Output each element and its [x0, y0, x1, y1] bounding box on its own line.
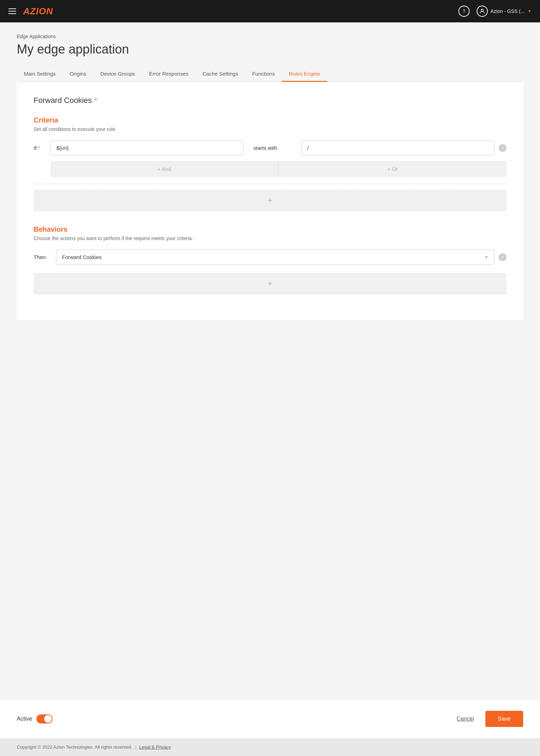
tab-origins[interactable]: Origins: [63, 66, 94, 82]
rule-name: Forward Cookies: [34, 96, 92, 105]
page-title: My edge application: [17, 42, 523, 57]
then-label: Then:: [34, 254, 52, 260]
and-or-row: + And + Or: [50, 161, 506, 177]
tab-navigation: Main Settings Origins Device Groups Erro…: [17, 66, 523, 82]
logo: AZION: [23, 6, 53, 17]
active-toggle-group: Active: [17, 714, 53, 723]
hamburger-menu[interactable]: [8, 8, 16, 14]
footer-actions: Active Cancel Save: [0, 699, 540, 738]
tab-main-settings[interactable]: Main Settings: [17, 66, 63, 82]
page-footer: Copyright © 2022 Azion Technologies. All…: [0, 738, 540, 756]
copyright-text: Copyright © 2022 Azion Technologies. All…: [17, 744, 132, 750]
top-navigation: AZION ? Azion - GSS (... ▼: [0, 0, 540, 22]
criteria-operator-field: starts with: [248, 141, 297, 155]
tab-error-responses[interactable]: Error Responses: [142, 66, 196, 82]
user-dropdown-chevron-icon: ▼: [527, 9, 532, 14]
content-area: Forward Cookies * Criteria Set all condi…: [17, 82, 523, 320]
rule-name-required-indicator: *: [95, 97, 97, 104]
behaviors-section: Behaviors Choose the actions you want to…: [34, 225, 506, 306]
behavior-select-caret-icon: ▼: [484, 255, 489, 260]
svg-point-0: [481, 9, 483, 11]
add-and-button[interactable]: + And: [50, 161, 279, 177]
behavior-select[interactable]: Forward Cookies ▼: [56, 250, 494, 265]
nav-left: AZION: [8, 6, 53, 17]
add-behavior-button[interactable]: +: [34, 273, 506, 295]
if-label: If:*: [34, 145, 46, 151]
rule-name-row: Forward Cookies *: [34, 96, 506, 105]
criteria-value-input[interactable]: [301, 140, 494, 155]
behavior-info-icon[interactable]: i: [499, 253, 506, 261]
tab-functions[interactable]: Functions: [245, 66, 282, 82]
help-button[interactable]: ?: [458, 6, 470, 17]
main-content: Edge Applications My edge application Ma…: [0, 22, 540, 699]
legal-privacy-link[interactable]: Legal & Privacy: [139, 744, 171, 750]
criteria-title: Criteria: [34, 116, 506, 124]
criteria-info-icon[interactable]: i: [499, 144, 506, 152]
criteria-if-row: If:* ${uri} starts with i: [34, 140, 506, 155]
behaviors-description: Choose the actions you want to perform i…: [34, 236, 506, 241]
criteria-section: Criteria Set all conditions to execute y…: [34, 116, 506, 223]
active-label: Active: [17, 716, 32, 722]
if-required-star: *: [38, 145, 40, 151]
behavior-select-value: Forward Cookies: [62, 254, 102, 260]
save-button[interactable]: Save: [485, 711, 523, 727]
tab-device-groups[interactable]: Device Groups: [93, 66, 142, 82]
action-buttons: Cancel Save: [451, 711, 523, 727]
behaviors-then-row: Then: Forward Cookies ▼ i: [34, 250, 506, 265]
breadcrumb: Edge Applications: [17, 34, 523, 39]
add-criteria-button[interactable]: +: [34, 190, 506, 211]
criteria-divider: [34, 184, 506, 184]
toggle-knob: [44, 715, 52, 723]
behaviors-title: Behaviors: [34, 225, 506, 233]
footer-separator: |: [135, 744, 136, 750]
user-avatar-icon: [477, 6, 488, 17]
cancel-button[interactable]: Cancel: [451, 712, 480, 726]
criteria-description: Set all conditions to execute your rule.: [34, 126, 506, 132]
user-name-label: Azion - GSS (...: [491, 8, 525, 14]
add-or-button[interactable]: + Or: [279, 161, 507, 177]
user-info[interactable]: Azion - GSS (... ▼: [477, 6, 532, 17]
nav-right: ? Azion - GSS (... ▼: [458, 6, 532, 17]
tab-cache-settings[interactable]: Cache Settings: [195, 66, 245, 82]
active-toggle[interactable]: [36, 714, 53, 723]
criteria-variable-select[interactable]: ${uri}: [50, 140, 244, 155]
tab-rules-engine[interactable]: Rules Engine: [282, 66, 327, 82]
